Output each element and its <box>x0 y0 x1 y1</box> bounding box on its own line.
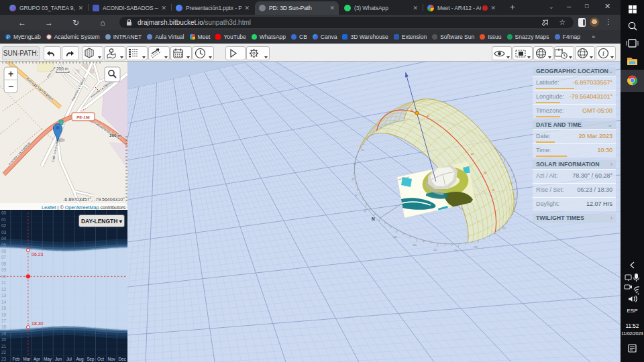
svg-text:Nov: Nov <box>107 357 115 361</box>
svg-text:01: 01 <box>1 217 7 222</box>
svg-text:i: i <box>602 50 604 57</box>
svg-text:Feb: Feb <box>13 357 20 361</box>
svg-text:+: + <box>8 68 13 79</box>
svg-text:345: 345 <box>393 236 397 239</box>
svg-text:11: 11 <box>1 280 6 285</box>
svg-text:Apr: Apr <box>34 357 40 362</box>
svg-text:20: 20 <box>1 337 7 342</box>
svg-text:08: 08 <box>1 261 7 266</box>
svg-text:60: 60 <box>354 163 356 166</box>
svg-text:23: 23 <box>1 357 7 361</box>
svg-text:N: N <box>372 217 375 221</box>
svg-text:15: 15 <box>1 306 7 310</box>
svg-text:16: 16 <box>1 312 7 317</box>
svg-text:03: 03 <box>1 230 7 235</box>
svg-text:45: 45 <box>427 115 429 117</box>
svg-text:200 m: 200 m <box>56 66 68 71</box>
svg-text:14: 14 <box>1 300 7 304</box>
svg-text:15: 15 <box>364 210 366 213</box>
svg-text:21: 21 <box>1 344 7 349</box>
svg-text:Dec: Dec <box>118 357 125 361</box>
svg-text:Jul: Jul <box>66 357 72 361</box>
svg-text:00: 00 <box>1 210 7 215</box>
svg-text:11/02/2023: 11/02/2023 <box>621 331 643 336</box>
svg-text:30: 30 <box>411 109 413 112</box>
svg-text:−: − <box>8 81 13 92</box>
svg-text:06.23: 06.23 <box>32 252 44 257</box>
svg-text:300: 300 <box>454 249 458 252</box>
svg-text:75: 75 <box>361 149 364 152</box>
svg-text:Jun: Jun <box>55 357 62 361</box>
svg-text:13: 13 <box>1 293 7 298</box>
svg-text:30: 30 <box>355 194 358 197</box>
svg-text:17: 17 <box>1 318 7 323</box>
svg-text:285: 285 <box>474 246 478 249</box>
svg-text:06: 06 <box>1 249 7 253</box>
svg-text:07: 07 <box>1 255 7 259</box>
svg-text:04: 04 <box>1 236 7 241</box>
svg-text:11:52: 11:52 <box>626 323 639 329</box>
svg-text:Sep: Sep <box>87 357 95 362</box>
svg-text:315: 315 <box>433 249 437 251</box>
svg-text:Mar: Mar <box>23 357 31 361</box>
svg-text:12: 12 <box>1 287 7 292</box>
svg-text:30: 30 <box>484 172 486 174</box>
svg-text:05: 05 <box>1 243 7 247</box>
svg-text:Oct: Oct <box>97 357 104 361</box>
svg-text:09: 09 <box>1 267 7 272</box>
svg-text:-6.89703357°, -79.56404310°: -6.89703357°, -79.56404310° <box>63 197 125 202</box>
svg-text:15: 15 <box>492 189 494 192</box>
svg-text:22: 22 <box>1 350 7 355</box>
svg-text:255: 255 <box>502 227 506 230</box>
svg-text:45: 45 <box>352 178 354 181</box>
svg-text:Aug: Aug <box>76 357 84 362</box>
svg-text:ESP: ESP <box>627 308 637 314</box>
svg-text:02: 02 <box>1 223 7 228</box>
svg-text:18: 18 <box>1 324 7 329</box>
svg-text:18.30: 18.30 <box>32 321 44 326</box>
svg-text:PE-1NI: PE-1NI <box>76 115 90 119</box>
svg-text:330: 330 <box>413 244 417 247</box>
svg-text:May: May <box>44 357 52 362</box>
svg-text:45: 45 <box>471 153 474 156</box>
svg-text:19: 19 <box>1 331 7 336</box>
svg-text:200 m: 200 m <box>109 133 121 137</box>
